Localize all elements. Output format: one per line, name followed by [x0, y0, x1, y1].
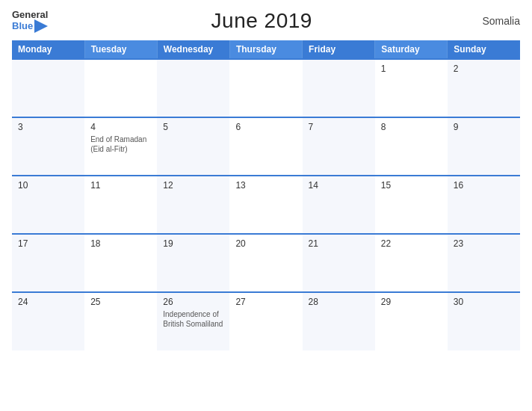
day-number: 15	[381, 180, 442, 191]
day-cell: 11	[84, 176, 157, 234]
weekday-header-thursday: Thursday	[229, 40, 302, 59]
day-cell	[229, 59, 302, 117]
day-number: 4	[90, 122, 151, 132]
day-cell: 3	[12, 117, 84, 176]
week-row-5: 242526Independence of British Somaliland…	[12, 292, 520, 350]
day-cell: 8	[375, 117, 448, 176]
day-number: 27	[235, 297, 296, 307]
day-number: 26	[163, 297, 223, 307]
day-cell: 28	[303, 292, 375, 350]
calendar-page: General Blue June 2019 Somalia MondayTue…	[0, 0, 532, 411]
day-number: 13	[235, 180, 296, 191]
day-number: 22	[381, 238, 442, 249]
day-cell: 14	[303, 176, 375, 234]
day-cell: 18	[84, 234, 157, 292]
weekday-header-saturday: Saturday	[375, 40, 448, 59]
day-cell: 2	[448, 59, 520, 117]
day-cell: 17	[12, 234, 84, 292]
day-number: 24	[18, 297, 78, 307]
day-cell	[303, 59, 375, 117]
day-cell: 19	[157, 234, 229, 292]
day-number: 12	[163, 180, 223, 191]
day-number: 1	[381, 64, 442, 74]
week-row-2: 34End of Ramadan (Eid al-Fitr)56789	[12, 117, 520, 176]
day-cell: 20	[229, 234, 302, 292]
country-name: Somalia	[475, 15, 520, 27]
day-cell: 25	[84, 292, 157, 350]
day-cell: 12	[157, 176, 229, 234]
day-cell: 30	[448, 292, 520, 350]
day-number: 7	[309, 122, 369, 132]
day-cell: 22	[375, 234, 448, 292]
day-number: 18	[90, 238, 151, 249]
day-cell	[84, 59, 157, 117]
day-cell: 24	[12, 292, 84, 350]
day-cell: 15	[375, 176, 448, 234]
logo-flag-icon	[34, 19, 48, 33]
day-number: 29	[381, 297, 442, 307]
day-cell: 6	[229, 117, 302, 176]
day-number: 23	[454, 238, 514, 249]
weekday-header-tuesday: Tuesday	[84, 40, 157, 59]
day-number: 2	[454, 64, 514, 74]
week-row-3: 10111213141516	[12, 176, 520, 234]
logo-general-text: General	[12, 10, 48, 19]
day-number: 28	[309, 297, 369, 307]
month-title: June 2019	[48, 9, 475, 33]
day-number: 19	[163, 238, 223, 249]
day-number: 11	[90, 180, 151, 191]
week-row-4: 17181920212223	[12, 234, 520, 292]
logo: General Blue	[12, 10, 48, 33]
day-number: 3	[18, 122, 78, 132]
day-number: 8	[381, 122, 442, 132]
day-number: 17	[18, 238, 78, 249]
calendar-table: MondayTuesdayWednesdayThursdayFridaySatu…	[12, 40, 520, 350]
day-cell: 13	[229, 176, 302, 234]
event-label: Independence of British Somaliland	[163, 309, 223, 329]
day-number: 21	[309, 238, 369, 249]
event-label: End of Ramadan (Eid al-Fitr)	[90, 135, 151, 154]
svg-marker-0	[34, 19, 48, 33]
header: General Blue June 2019 Somalia	[12, 9, 520, 33]
day-number: 14	[309, 180, 369, 191]
weekday-header-sunday: Sunday	[448, 40, 520, 59]
weekday-header-wednesday: Wednesday	[157, 40, 229, 59]
day-cell	[12, 59, 84, 117]
day-number: 16	[454, 180, 514, 191]
weekday-header-friday: Friday	[303, 40, 375, 59]
day-number: 20	[235, 238, 296, 249]
day-cell: 26Independence of British Somaliland	[157, 292, 229, 350]
day-number: 9	[454, 122, 514, 132]
day-cell	[157, 59, 229, 117]
day-cell: 7	[303, 117, 375, 176]
day-cell: 4End of Ramadan (Eid al-Fitr)	[84, 117, 157, 176]
day-number: 25	[90, 297, 151, 307]
day-cell: 29	[375, 292, 448, 350]
day-number: 6	[235, 122, 296, 132]
day-number: 30	[454, 297, 514, 307]
day-cell: 10	[12, 176, 84, 234]
weekday-header-monday: Monday	[12, 40, 84, 59]
day-cell: 23	[448, 234, 520, 292]
day-cell: 9	[448, 117, 520, 176]
week-row-1: 12	[12, 59, 520, 117]
day-number: 5	[163, 122, 223, 132]
day-cell: 16	[448, 176, 520, 234]
day-cell: 21	[303, 234, 375, 292]
logo-blue-text: Blue	[12, 21, 33, 31]
day-cell: 27	[229, 292, 302, 350]
day-number: 10	[18, 180, 78, 191]
day-cell: 1	[375, 59, 448, 117]
day-cell: 5	[157, 117, 229, 176]
weekday-header-row: MondayTuesdayWednesdayThursdayFridaySatu…	[12, 40, 520, 59]
